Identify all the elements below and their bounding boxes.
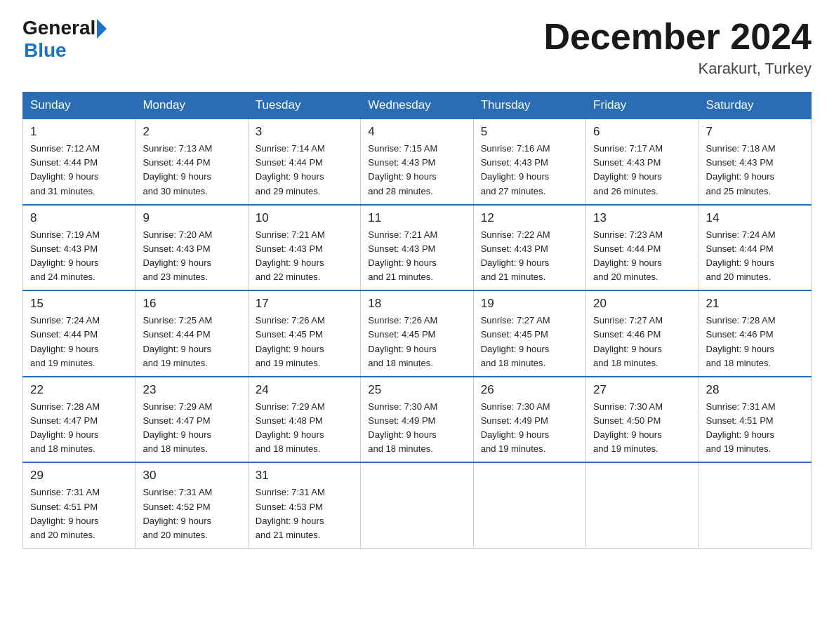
day-number: 14: [706, 211, 804, 225]
logo-triangle-icon: [97, 19, 107, 39]
day-number: 13: [593, 211, 691, 225]
day-info: Sunrise: 7:28 AM Sunset: 4:47 PM Dayligh…: [30, 400, 128, 457]
day-info: Sunrise: 7:16 AM Sunset: 4:43 PM Dayligh…: [481, 142, 578, 199]
day-info: Sunrise: 7:18 AM Sunset: 4:43 PM Dayligh…: [706, 142, 804, 199]
day-number: 22: [30, 383, 128, 397]
day-number: 15: [30, 297, 128, 311]
day-info: Sunrise: 7:22 AM Sunset: 4:43 PM Dayligh…: [481, 228, 578, 285]
day-number: 27: [593, 383, 691, 397]
table-row: 27 Sunrise: 7:30 AM Sunset: 4:50 PM Dayl…: [586, 377, 699, 463]
col-thursday: Thursday: [473, 93, 585, 119]
table-row: 3 Sunrise: 7:14 AM Sunset: 4:44 PM Dayli…: [248, 119, 360, 205]
table-row: 5 Sunrise: 7:16 AM Sunset: 4:43 PM Dayli…: [473, 119, 585, 205]
col-monday: Monday: [135, 93, 248, 119]
table-row: 9 Sunrise: 7:20 AM Sunset: 4:43 PM Dayli…: [135, 205, 248, 291]
day-number: 9: [143, 211, 240, 225]
table-row: 25 Sunrise: 7:30 AM Sunset: 4:49 PM Dayl…: [361, 377, 473, 463]
calendar-week-row: 1 Sunrise: 7:12 AM Sunset: 4:44 PM Dayli…: [23, 119, 812, 205]
day-number: 31: [256, 469, 353, 483]
day-info: Sunrise: 7:29 AM Sunset: 4:47 PM Dayligh…: [143, 400, 240, 457]
table-row: 4 Sunrise: 7:15 AM Sunset: 4:43 PM Dayli…: [361, 119, 473, 205]
day-info: Sunrise: 7:26 AM Sunset: 4:45 PM Dayligh…: [368, 314, 465, 370]
day-info: Sunrise: 7:20 AM Sunset: 4:43 PM Dayligh…: [143, 228, 240, 285]
table-row: 29 Sunrise: 7:31 AM Sunset: 4:51 PM Dayl…: [23, 462, 135, 548]
day-info: Sunrise: 7:27 AM Sunset: 4:45 PM Dayligh…: [481, 314, 578, 370]
day-number: 26: [481, 383, 578, 397]
table-row: 21 Sunrise: 7:28 AM Sunset: 4:46 PM Dayl…: [699, 290, 811, 377]
day-number: 24: [256, 383, 353, 397]
col-sunday: Sunday: [23, 93, 135, 119]
month-title: December 2024: [543, 17, 812, 57]
day-info: Sunrise: 7:21 AM Sunset: 4:43 PM Dayligh…: [256, 228, 353, 285]
day-info: Sunrise: 7:13 AM Sunset: 4:44 PM Dayligh…: [143, 142, 240, 199]
table-row: 10 Sunrise: 7:21 AM Sunset: 4:43 PM Dayl…: [248, 205, 360, 291]
col-wednesday: Wednesday: [361, 93, 473, 119]
table-row: [586, 462, 699, 548]
table-row: 16 Sunrise: 7:25 AM Sunset: 4:44 PM Dayl…: [135, 290, 248, 377]
day-info: Sunrise: 7:30 AM Sunset: 4:49 PM Dayligh…: [368, 400, 465, 457]
table-row: 19 Sunrise: 7:27 AM Sunset: 4:45 PM Dayl…: [473, 290, 585, 377]
day-info: Sunrise: 7:28 AM Sunset: 4:46 PM Dayligh…: [706, 314, 804, 370]
table-row: 22 Sunrise: 7:28 AM Sunset: 4:47 PM Dayl…: [23, 377, 135, 463]
day-info: Sunrise: 7:17 AM Sunset: 4:43 PM Dayligh…: [593, 142, 691, 199]
day-number: 3: [256, 125, 353, 139]
calendar-week-row: 22 Sunrise: 7:28 AM Sunset: 4:47 PM Dayl…: [23, 377, 812, 463]
day-number: 20: [593, 297, 691, 311]
day-info: Sunrise: 7:31 AM Sunset: 4:52 PM Dayligh…: [143, 485, 240, 542]
page-header: General Blue December 2024 Karakurt, Tur…: [22, 17, 812, 78]
day-number: 6: [593, 125, 691, 139]
day-info: Sunrise: 7:19 AM Sunset: 4:43 PM Dayligh…: [30, 228, 128, 285]
calendar-week-row: 8 Sunrise: 7:19 AM Sunset: 4:43 PM Dayli…: [23, 205, 812, 291]
calendar-week-row: 29 Sunrise: 7:31 AM Sunset: 4:51 PM Dayl…: [23, 462, 812, 548]
day-info: Sunrise: 7:30 AM Sunset: 4:49 PM Dayligh…: [481, 400, 578, 457]
day-number: 25: [368, 383, 465, 397]
day-number: 29: [30, 469, 128, 483]
col-friday: Friday: [586, 93, 699, 119]
table-row: [361, 462, 473, 548]
table-row: 28 Sunrise: 7:31 AM Sunset: 4:51 PM Dayl…: [699, 377, 811, 463]
table-row: 24 Sunrise: 7:29 AM Sunset: 4:48 PM Dayl…: [248, 377, 360, 463]
col-saturday: Saturday: [699, 93, 811, 119]
title-block: December 2024 Karakurt, Turkey: [543, 17, 812, 78]
day-info: Sunrise: 7:15 AM Sunset: 4:43 PM Dayligh…: [368, 142, 465, 199]
day-info: Sunrise: 7:25 AM Sunset: 4:44 PM Dayligh…: [143, 314, 240, 370]
table-row: 14 Sunrise: 7:24 AM Sunset: 4:44 PM Dayl…: [699, 205, 811, 291]
day-number: 18: [368, 297, 465, 311]
table-row: 7 Sunrise: 7:18 AM Sunset: 4:43 PM Dayli…: [699, 119, 811, 205]
day-info: Sunrise: 7:27 AM Sunset: 4:46 PM Dayligh…: [593, 314, 691, 370]
day-info: Sunrise: 7:24 AM Sunset: 4:44 PM Dayligh…: [706, 228, 804, 285]
day-number: 21: [706, 297, 804, 311]
table-row: 1 Sunrise: 7:12 AM Sunset: 4:44 PM Dayli…: [23, 119, 135, 205]
day-info: Sunrise: 7:23 AM Sunset: 4:44 PM Dayligh…: [593, 228, 691, 285]
day-info: Sunrise: 7:31 AM Sunset: 4:51 PM Dayligh…: [706, 400, 804, 457]
logo: General Blue: [22, 17, 107, 62]
day-number: 28: [706, 383, 804, 397]
day-number: 7: [706, 125, 804, 139]
table-row: 18 Sunrise: 7:26 AM Sunset: 4:45 PM Dayl…: [361, 290, 473, 377]
day-number: 10: [256, 211, 353, 225]
table-row: 20 Sunrise: 7:27 AM Sunset: 4:46 PM Dayl…: [586, 290, 699, 377]
day-info: Sunrise: 7:14 AM Sunset: 4:44 PM Dayligh…: [256, 142, 353, 199]
table-row: 26 Sunrise: 7:30 AM Sunset: 4:49 PM Dayl…: [473, 377, 585, 463]
calendar-table: Sunday Monday Tuesday Wednesday Thursday…: [22, 92, 812, 549]
day-number: 8: [30, 211, 128, 225]
table-row: 17 Sunrise: 7:26 AM Sunset: 4:45 PM Dayl…: [248, 290, 360, 377]
table-row: 8 Sunrise: 7:19 AM Sunset: 4:43 PM Dayli…: [23, 205, 135, 291]
table-row: 30 Sunrise: 7:31 AM Sunset: 4:52 PM Dayl…: [135, 462, 248, 548]
day-info: Sunrise: 7:29 AM Sunset: 4:48 PM Dayligh…: [256, 400, 353, 457]
day-number: 5: [481, 125, 578, 139]
day-number: 4: [368, 125, 465, 139]
table-row: 31 Sunrise: 7:31 AM Sunset: 4:53 PM Dayl…: [248, 462, 360, 548]
day-number: 11: [368, 211, 465, 225]
day-info: Sunrise: 7:31 AM Sunset: 4:51 PM Dayligh…: [30, 485, 128, 542]
day-info: Sunrise: 7:30 AM Sunset: 4:50 PM Dayligh…: [593, 400, 691, 457]
day-info: Sunrise: 7:24 AM Sunset: 4:44 PM Dayligh…: [30, 314, 128, 370]
day-number: 30: [143, 469, 240, 483]
table-row: [699, 462, 811, 548]
logo-blue-text: Blue: [24, 39, 67, 62]
table-row: 2 Sunrise: 7:13 AM Sunset: 4:44 PM Dayli…: [135, 119, 248, 205]
location-subtitle: Karakurt, Turkey: [543, 60, 812, 78]
day-info: Sunrise: 7:26 AM Sunset: 4:45 PM Dayligh…: [256, 314, 353, 370]
table-row: 6 Sunrise: 7:17 AM Sunset: 4:43 PM Dayli…: [586, 119, 699, 205]
logo-general-text: General: [22, 17, 95, 39]
